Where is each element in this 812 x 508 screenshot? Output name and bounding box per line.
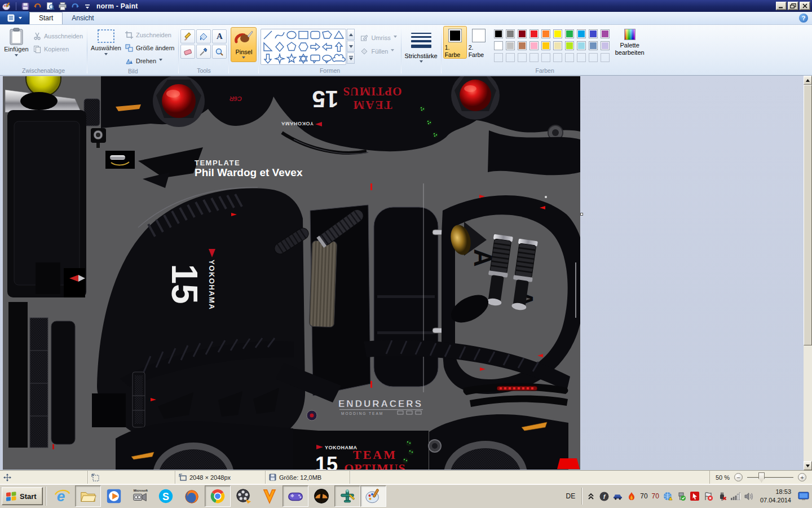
tray-expand-icon[interactable] bbox=[586, 492, 595, 501]
copy-button[interactable]: Kopieren bbox=[31, 43, 85, 55]
palette-empty-slot-3[interactable] bbox=[529, 53, 539, 62]
canvas-resize-handle[interactable] bbox=[580, 213, 583, 216]
palette-color-1-1[interactable] bbox=[506, 41, 515, 50]
scroll-up-button[interactable] bbox=[804, 76, 812, 85]
shapes-gallery[interactable] bbox=[261, 29, 346, 65]
palette-color-0-2[interactable] bbox=[518, 29, 527, 38]
taskbar-item-paint[interactable] bbox=[360, 485, 386, 507]
zoom-slider[interactable] bbox=[747, 472, 793, 483]
palette-empty-slot-6[interactable] bbox=[565, 53, 574, 62]
tray-flame-icon[interactable] bbox=[626, 492, 636, 501]
scroll-down-button[interactable] bbox=[804, 461, 812, 470]
taskbar-item-internet-explorer[interactable]: e bbox=[49, 485, 75, 507]
shapes-scroll-down-button[interactable] bbox=[347, 41, 355, 52]
restore-button[interactable] bbox=[788, 2, 798, 10]
palette-color-1-3[interactable] bbox=[529, 41, 539, 50]
tray-usb-icon[interactable] bbox=[677, 492, 686, 501]
scrollbar-thumb[interactable] bbox=[804, 85, 812, 345]
taskbar-item-firefox[interactable] bbox=[179, 485, 205, 507]
palette-empty-slot-1[interactable] bbox=[506, 53, 515, 62]
tray-car-icon[interactable] bbox=[613, 492, 623, 501]
drawing-canvas[interactable]: C6R 15 TEAM OPTIMUS YOKOHAMA bbox=[3, 76, 580, 472]
taskbar-item-freemake[interactable] bbox=[257, 485, 283, 507]
palette-empty-slot-7[interactable] bbox=[577, 53, 586, 62]
tray-network-warning-icon[interactable] bbox=[663, 492, 673, 501]
taskbar-item-plane-editor[interactable] bbox=[334, 485, 360, 507]
language-indicator[interactable]: DE bbox=[564, 492, 578, 500]
tab-start[interactable]: Start bbox=[29, 12, 63, 24]
tab-ansicht[interactable]: Ansicht bbox=[63, 12, 103, 24]
palette-color-1-9[interactable] bbox=[601, 41, 610, 50]
start-button[interactable]: Start bbox=[2, 487, 43, 505]
resize-button[interactable]: Größe ändern bbox=[123, 42, 176, 54]
taskbar-item-windows-explorer[interactable] bbox=[75, 485, 101, 507]
zoom-out-button[interactable]: − bbox=[734, 473, 743, 481]
palette-empty-slot-5[interactable] bbox=[553, 53, 562, 62]
palette-color-0-0[interactable] bbox=[494, 29, 503, 38]
taskbar-item-gamepad[interactable] bbox=[283, 485, 308, 507]
color1-button[interactable]: 1. Farbe bbox=[443, 26, 467, 59]
palette-color-0-3[interactable] bbox=[529, 29, 539, 38]
qat-customize-icon[interactable] bbox=[83, 2, 92, 11]
taskbar-item-skype[interactable]: S bbox=[153, 485, 179, 507]
shapes-more-button[interactable] bbox=[347, 52, 355, 64]
redo-icon[interactable] bbox=[70, 2, 80, 11]
pencil-tool-button[interactable] bbox=[180, 29, 195, 43]
taskbar-item-microsoft-camcorder[interactable]: Microsoft bbox=[127, 485, 153, 507]
edit-palette-button[interactable]: Palette bearbeiten bbox=[613, 26, 647, 56]
clock[interactable]: 18:53 07.04.2014 bbox=[758, 488, 793, 505]
color-picker-tool-button[interactable] bbox=[196, 45, 211, 59]
print-icon[interactable] bbox=[58, 2, 67, 11]
shapes-scroll-up-button[interactable] bbox=[347, 29, 355, 40]
fill-tool-button[interactable] bbox=[196, 29, 211, 43]
palette-empty-slot-8[interactable] bbox=[589, 53, 598, 62]
outline-button[interactable]: Umriss bbox=[358, 32, 399, 43]
fill-button[interactable]: Füllen bbox=[358, 45, 399, 57]
palette-color-1-6[interactable] bbox=[565, 41, 574, 50]
show-desktop-icon[interactable] bbox=[797, 492, 810, 501]
taskbar-item-chrome[interactable] bbox=[205, 485, 231, 507]
palette-color-0-5[interactable] bbox=[553, 29, 562, 38]
brush-button[interactable]: Pinsel bbox=[231, 27, 257, 62]
palette-color-1-2[interactable] bbox=[518, 41, 527, 50]
tray-signal-icon[interactable] bbox=[731, 492, 740, 501]
help-button[interactable]: ? bbox=[799, 14, 808, 23]
vertical-scrollbar[interactable] bbox=[804, 76, 812, 470]
undo-icon[interactable] bbox=[33, 2, 42, 11]
select-button[interactable]: Auswählen bbox=[89, 26, 123, 57]
palette-color-1-7[interactable] bbox=[577, 41, 586, 50]
taskbar-item-game[interactable] bbox=[308, 485, 334, 507]
tray-counter-1[interactable]: 70 bbox=[640, 492, 647, 500]
tray-pointer-icon[interactable] bbox=[690, 492, 700, 501]
close-button[interactable] bbox=[800, 2, 810, 10]
palette-color-1-4[interactable] bbox=[541, 41, 550, 50]
palette-empty-slot-9[interactable] bbox=[601, 53, 610, 62]
text-tool-button[interactable]: A bbox=[212, 29, 227, 43]
palette-color-0-7[interactable] bbox=[577, 29, 586, 38]
stroke-width-button[interactable]: Strichstärke bbox=[403, 26, 439, 64]
zoom-slider-handle[interactable] bbox=[758, 472, 765, 483]
zoom-in-button[interactable]: + bbox=[798, 473, 806, 481]
palette-color-0-6[interactable] bbox=[565, 29, 574, 38]
tray-f-icon[interactable]: f bbox=[599, 492, 609, 501]
taskbar-item-media-player[interactable] bbox=[101, 485, 127, 507]
rotate-button[interactable]: Drehen bbox=[123, 55, 176, 67]
tray-power-icon[interactable] bbox=[717, 492, 727, 501]
cut-button[interactable]: Ausschneiden bbox=[31, 30, 85, 42]
color2-button[interactable]: 2. Farbe bbox=[467, 26, 491, 59]
palette-empty-slot-0[interactable] bbox=[494, 53, 503, 62]
palette-color-1-8[interactable] bbox=[589, 41, 598, 50]
minimize-button[interactable] bbox=[776, 2, 787, 10]
palette-empty-slot-2[interactable] bbox=[518, 53, 527, 62]
save-icon[interactable] bbox=[21, 2, 30, 11]
tray-action-center-icon[interactable] bbox=[704, 492, 713, 501]
palette-color-1-5[interactable] bbox=[553, 41, 562, 50]
palette-color-0-9[interactable] bbox=[601, 29, 610, 38]
palette-empty-slot-4[interactable] bbox=[541, 53, 550, 62]
crop-button[interactable]: Zuschneiden bbox=[123, 29, 176, 41]
palette-color-0-1[interactable] bbox=[506, 29, 515, 38]
paint-menu-button[interactable] bbox=[0, 11, 29, 24]
paint-app-icon[interactable] bbox=[2, 2, 11, 11]
preview-icon[interactable] bbox=[46, 2, 55, 11]
eraser-tool-button[interactable] bbox=[180, 45, 195, 59]
